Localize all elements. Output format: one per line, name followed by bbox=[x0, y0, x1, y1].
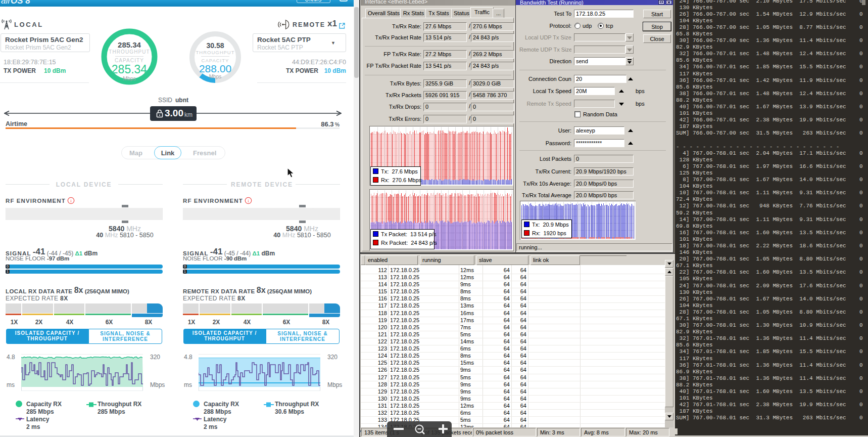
svg-text:i: i bbox=[248, 198, 249, 203]
svg-text:i: i bbox=[70, 198, 72, 203]
